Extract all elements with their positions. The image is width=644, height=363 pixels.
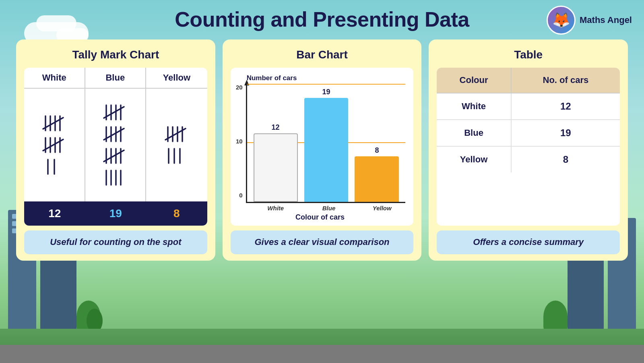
table-cell-white-label: White <box>437 93 511 120</box>
bar-label-blue: Blue <box>305 205 352 212</box>
ground <box>0 329 644 363</box>
bar-label-white: White <box>252 205 299 212</box>
grid-line-20 <box>247 84 406 85</box>
table-row-yellow: Yellow 8 <box>437 146 620 172</box>
tally-card-title: Tally Mark Chart <box>24 48 207 61</box>
logo: 🦊 Maths Angel <box>547 6 632 35</box>
bar-chart-inner: Number of cars 0 10 20 <box>231 68 414 226</box>
tally-header-yellow: Yellow <box>146 68 207 88</box>
bar-yellow-value: 8 <box>375 146 379 155</box>
tally-white-group2 <box>42 136 66 154</box>
y-tick-20: 20 <box>236 84 243 91</box>
x-axis-labels: White Blue Yellow <box>246 203 406 212</box>
logo-emoji: 🦊 <box>552 12 570 29</box>
bar-chart-bars-wrapper: 12 19 8 <box>246 84 406 212</box>
road <box>0 345 644 363</box>
tally-col-yellow <box>146 89 207 201</box>
bar-chart-title: Bar Chart <box>231 48 414 61</box>
bar-white-wrapper: 12 <box>254 88 298 202</box>
tally-col-blue <box>85 89 147 201</box>
tally-card: Tally Mark Chart White Blue Yellow <box>16 39 215 261</box>
bar-yellow-wrapper: 8 <box>355 88 399 202</box>
tally-blue-group3 <box>103 147 127 165</box>
table-cell-white-value: 12 <box>511 93 620 120</box>
bar-chart-plot-area: 0 10 20 12 <box>235 84 406 212</box>
bar-blue-value: 19 <box>322 88 330 96</box>
tally-blue-group2 <box>103 125 127 143</box>
bar-chart-card: Bar Chart Number of cars 0 10 20 <box>223 39 422 261</box>
bar-chart-y-label: Number of cars <box>247 74 406 82</box>
y-tick-10: 10 <box>236 138 243 145</box>
tally-white-group1 <box>42 114 66 132</box>
table-description: Offers a concise summary <box>437 230 620 254</box>
tally-total-blue: 19 <box>85 201 147 226</box>
table-header-row: Colour No. of cars <box>437 68 620 93</box>
tally-blue-group4 <box>103 169 127 187</box>
table-cell-yellow-label: Yellow <box>437 146 511 172</box>
table-card-title: Table <box>437 48 620 61</box>
tally-white-group3 <box>42 158 66 176</box>
tally-header-blue: Blue <box>85 68 147 88</box>
data-table: Colour No. of cars White 12 Blue 19 Yell… <box>437 68 620 172</box>
table-row-white: White 12 <box>437 93 620 120</box>
table-cell-yellow-value: 8 <box>511 146 620 172</box>
tally-total-white: 12 <box>24 201 85 226</box>
table-card: Table Colour No. of cars White 12 Blue <box>429 39 628 261</box>
tally-table: White Blue Yellow <box>24 68 207 226</box>
tally-body <box>24 89 207 201</box>
table-cell-blue-label: Blue <box>437 120 511 146</box>
tally-yellow-group2 <box>165 147 189 165</box>
tally-blue-group1 <box>103 104 127 121</box>
bar-yellow <box>355 156 399 202</box>
y-axis-labels: 0 10 20 <box>235 84 246 212</box>
bar-chart-x-label: Colour of cars <box>235 213 406 222</box>
table-header-colour: Colour <box>437 68 511 93</box>
bar-white <box>254 133 298 202</box>
bar-blue-wrapper: 19 <box>304 88 349 202</box>
logo-icon: 🦊 <box>547 6 576 35</box>
bar-blue <box>304 98 349 202</box>
tally-yellow-group1 <box>165 125 189 143</box>
main-content: Tally Mark Chart White Blue Yellow <box>0 39 644 261</box>
table-inner: Colour No. of cars White 12 Blue 19 Yell… <box>437 68 620 226</box>
bars-container: 12 19 8 <box>246 84 406 203</box>
tally-description: Useful for counting on the spot <box>24 230 207 254</box>
bar-chart-description: Gives a clear visual comparison <box>231 230 414 254</box>
tally-header-row: White Blue Yellow <box>24 68 207 89</box>
logo-text: Maths Angel <box>580 15 632 25</box>
y-tick-0: 0 <box>239 192 242 199</box>
bar-white-value: 12 <box>272 123 280 132</box>
table-header-count: No. of cars <box>511 68 620 93</box>
tally-footer: 12 19 8 <box>24 201 207 226</box>
table-row-blue: Blue 19 <box>437 120 620 146</box>
table-cell-blue-value: 19 <box>511 120 620 146</box>
tally-col-white <box>24 89 85 201</box>
bar-label-yellow: Yellow <box>359 205 405 212</box>
tally-total-yellow: 8 <box>146 201 207 226</box>
tally-header-white: White <box>24 68 85 88</box>
